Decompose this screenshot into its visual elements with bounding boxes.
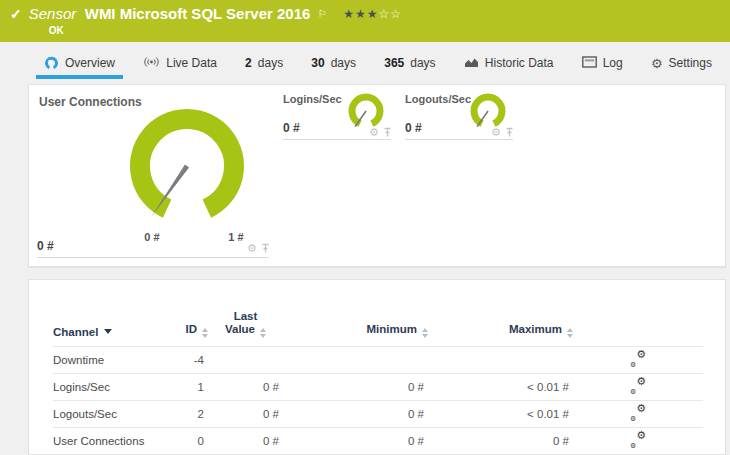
- tab-historic-data[interactable]: Historic Data: [456, 42, 562, 84]
- main-gauge-scale-min: 0 #: [122, 231, 182, 243]
- tab-overview-label: Overview: [65, 56, 115, 70]
- table-row-downtime[interactable]: Downtime -4 ⚙⚙: [53, 346, 703, 373]
- logins-gauge: [344, 91, 388, 131]
- tab-live-data-label: Live Data: [166, 56, 217, 70]
- sensor-tabbar: Overview Live Data 2 days 30 days 365 da…: [0, 42, 730, 84]
- channel-maximum: < 0.01 #: [428, 400, 573, 427]
- user-connections-gauge: [107, 94, 267, 234]
- log-window-icon: [582, 56, 597, 70]
- stars-empty[interactable]: ☆☆: [379, 7, 403, 21]
- logouts-gauge: [466, 91, 510, 131]
- channel-last-value: 0 #: [208, 373, 283, 400]
- gauge-settings-icon[interactable]: ⚙: [247, 243, 257, 254]
- channel-table: Channel ID Last Value Minimum Maximum Do…: [53, 280, 703, 455]
- channel-id: 0: [178, 427, 208, 454]
- sort-desc-icon: [104, 329, 112, 334]
- channel-minimum: 0 #: [283, 373, 428, 400]
- channel-last-value: 0 #: [208, 400, 283, 427]
- sensor-status-text: OK: [49, 25, 402, 36]
- column-header-maximum[interactable]: Maximum: [428, 280, 573, 346]
- pin-icon[interactable]: [505, 127, 514, 138]
- tab-2-days[interactable]: 2 days: [237, 42, 291, 84]
- column-header-id[interactable]: ID: [178, 280, 208, 346]
- tab-30-days-label: days: [331, 56, 356, 70]
- channel-settings-icon[interactable]: ⚙⚙: [630, 406, 646, 420]
- channel-id: 2: [178, 400, 208, 427]
- column-header-channel[interactable]: Channel: [53, 280, 178, 346]
- column-header-last-value[interactable]: Last Value: [208, 280, 283, 346]
- logouts-gauge-value: 0 #: [405, 121, 422, 135]
- channel-maximum: < 0.01 #: [428, 373, 573, 400]
- tab-settings[interactable]: ⚙ Settings: [643, 42, 720, 84]
- channel-minimum: [283, 346, 428, 373]
- channel-name[interactable]: Logouts/Sec: [53, 400, 178, 427]
- channel-settings-icon[interactable]: ⚙⚙: [630, 352, 646, 366]
- column-label: Channel: [53, 326, 98, 338]
- sort-arrows-icon: [422, 328, 428, 338]
- gauge-settings-icon[interactable]: ⚙: [369, 127, 379, 138]
- sort-arrows-icon: [260, 328, 266, 338]
- column-label: Minimum: [367, 323, 417, 335]
- pin-icon[interactable]: [383, 127, 392, 138]
- channels-panel: Channel ID Last Value Minimum Maximum Do…: [28, 279, 726, 455]
- flag-icon[interactable]: ⚐: [318, 8, 327, 19]
- channel-name[interactable]: Downtime: [53, 346, 178, 373]
- main-gauge-scale-max: 1 #: [206, 231, 266, 243]
- sensor-title-block: Sensor WMI Microsoft SQL Server 2016 ⚐ ★…: [29, 5, 402, 36]
- sort-arrows-icon: [202, 328, 208, 338]
- logouts-gauge-title: Logouts/Sec: [405, 93, 471, 105]
- logins-gauge-value: 0 #: [283, 121, 300, 135]
- tab-log-label: Log: [603, 56, 623, 70]
- channel-last-value: [208, 346, 283, 373]
- channel-name[interactable]: Logins/Sec: [53, 373, 178, 400]
- gauge-icon: [44, 56, 59, 71]
- tab-365-days-label: days: [410, 56, 435, 70]
- channel-settings-icon[interactable]: ⚙⚙: [630, 379, 646, 393]
- channel-id: -4: [178, 346, 208, 373]
- column-label: Maximum: [509, 323, 562, 335]
- table-row-logouts-sec[interactable]: Logouts/Sec 2 0 # 0 # < 0.01 # ⚙⚙: [53, 400, 703, 427]
- channel-settings-icon[interactable]: ⚙⚙: [630, 433, 646, 447]
- gauges-panel: User Connections 0 # 1 # 0 # ⚙ Logins/Se…: [28, 84, 726, 267]
- main-gauge-value: 0 #: [37, 239, 54, 253]
- table-row-logins-sec[interactable]: Logins/Sec 1 0 # 0 # < 0.01 # ⚙⚙: [53, 373, 703, 400]
- sensor-title: WMI Microsoft SQL Server 2016: [85, 5, 311, 22]
- channel-id: 1: [178, 373, 208, 400]
- sort-arrows-icon: [567, 328, 573, 338]
- column-label: ID: [186, 323, 198, 335]
- channel-maximum: [428, 346, 573, 373]
- sensor-status-bar: ✓ Sensor WMI Microsoft SQL Server 2016 ⚐…: [0, 0, 730, 42]
- tab-30-days-number: 30: [311, 56, 324, 70]
- column-label: Last Value: [225, 310, 257, 335]
- tab-365-days-number: 365: [384, 56, 404, 70]
- tab-30-days[interactable]: 30 days: [303, 42, 364, 84]
- sensor-kind-label: Sensor: [29, 5, 77, 22]
- channel-minimum: 0 #: [283, 400, 428, 427]
- area-chart-icon: [464, 56, 479, 70]
- stars-filled[interactable]: ★★★: [343, 7, 378, 21]
- channel-maximum: 0 #: [428, 427, 573, 454]
- logins-gauge-title: Logins/Sec: [283, 93, 342, 105]
- broadcast-icon: [143, 56, 160, 70]
- channel-last-value: 0 #: [208, 427, 283, 454]
- tab-2-days-number: 2: [245, 56, 252, 70]
- gear-icon: ⚙: [651, 57, 663, 70]
- pin-icon[interactable]: [261, 243, 270, 254]
- tab-log[interactable]: Log: [574, 42, 631, 84]
- tab-historic-data-label: Historic Data: [485, 56, 554, 70]
- table-header-row: Channel ID Last Value Minimum Maximum: [53, 280, 703, 346]
- tab-live-data[interactable]: Live Data: [135, 42, 225, 84]
- divider: [283, 139, 391, 140]
- tab-365-days[interactable]: 365 days: [376, 42, 443, 84]
- priority-stars[interactable]: ★★★☆☆: [343, 7, 402, 21]
- divider: [37, 257, 269, 258]
- tab-settings-label: Settings: [669, 56, 712, 70]
- channel-minimum: 0 #: [283, 427, 428, 454]
- tab-overview[interactable]: Overview: [36, 42, 123, 84]
- column-header-actions: [573, 280, 703, 346]
- column-header-minimum[interactable]: Minimum: [283, 280, 428, 346]
- gauge-settings-icon[interactable]: ⚙: [491, 127, 501, 138]
- channel-name[interactable]: User Connections: [53, 427, 178, 454]
- table-row-user-connections[interactable]: User Connections 0 0 # 0 # 0 # ⚙⚙: [53, 427, 703, 454]
- status-check-icon: ✓: [10, 5, 22, 23]
